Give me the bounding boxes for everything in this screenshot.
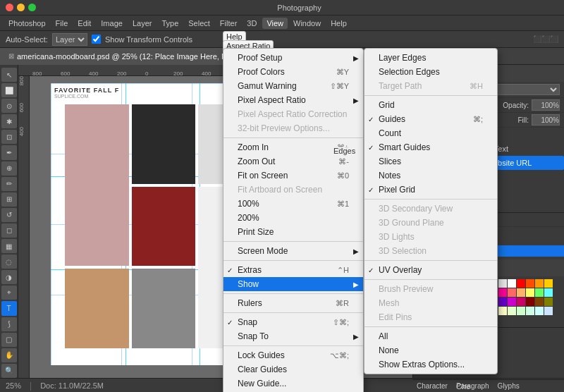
swatch-color[interactable]: [535, 307, 544, 315]
type-tool[interactable]: T: [1, 301, 17, 315]
history-tool[interactable]: ↺: [1, 208, 17, 222]
menu-fit-screen[interactable]: Fit on Screen ⌘0: [223, 169, 363, 183]
tab-glyphs[interactable]: Glyphs: [498, 382, 520, 390]
menu-screen-mode[interactable]: Screen Mode ▶: [223, 244, 363, 258]
show-slices[interactable]: Slices: [364, 154, 497, 169]
swatch-color[interactable]: [544, 288, 553, 297]
swatch-color[interactable]: [526, 279, 534, 288]
clone-tool[interactable]: ⊞: [1, 192, 17, 207]
hand-tool[interactable]: ✋: [1, 348, 17, 362]
menu-snap-to[interactable]: Snap To ▶: [223, 329, 363, 343]
swatch-color[interactable]: [526, 288, 534, 297]
swatch-color[interactable]: [544, 307, 553, 315]
pen-tool[interactable]: ⌖: [1, 286, 17, 300]
menu-type[interactable]: Type: [157, 18, 183, 29]
menu-filter[interactable]: Filter: [216, 18, 241, 29]
fill-input[interactable]: [532, 114, 560, 125]
menu-extras[interactable]: ✓ Extras ⌃H: [223, 263, 363, 277]
swatch-color[interactable]: [508, 288, 516, 297]
menu-file[interactable]: File: [51, 18, 73, 29]
zoom-tool[interactable]: 🔍: [1, 364, 17, 378]
show-uv-overlay[interactable]: ✓ UV Overlay: [364, 263, 497, 277]
menu-select[interactable]: Select: [184, 18, 214, 29]
minimize-button[interactable]: [17, 4, 25, 11]
menu-lock-guides[interactable]: Lock Guides ⌥⌘;: [223, 348, 363, 362]
menu-proof-colors[interactable]: Proof Colors ⌘Y: [223, 65, 363, 79]
show-transform-checkbox[interactable]: [92, 35, 101, 44]
menu-pixel-aspect-ratio[interactable]: Pixel Aspect Ratio ▶: [223, 93, 363, 107]
menu-snap[interactable]: ✓ Snap ⇧⌘;: [223, 315, 363, 329]
menu-help[interactable]: Help: [326, 18, 351, 29]
view-menu[interactable]: Proof Setup ▶ Proof Colors ⌘Y Gamut Warn…: [223, 48, 364, 392]
menu-zoom-out[interactable]: Zoom Out ⌘-: [223, 154, 363, 169]
swatch-color[interactable]: [498, 288, 507, 297]
brush-tool[interactable]: ✏: [1, 177, 17, 191]
show-pixel-grid[interactable]: ✓ Pixel Grid: [364, 183, 497, 197]
dodge-tool[interactable]: ◑: [1, 270, 17, 284]
maximize-button[interactable]: [28, 4, 36, 11]
swatch-color[interactable]: [517, 307, 525, 315]
menu-200[interactable]: 200%: [223, 211, 363, 225]
swatch-color[interactable]: [517, 288, 525, 297]
swatch-color[interactable]: [508, 307, 516, 315]
menu-100[interactable]: 100% ⌘1: [223, 197, 363, 211]
swatch-color[interactable]: [508, 298, 516, 306]
show-selection-edges[interactable]: Selection Edges: [364, 65, 497, 79]
show-none[interactable]: None: [364, 343, 497, 357]
menu-window[interactable]: Window: [289, 18, 325, 29]
menu-clear-guides[interactable]: Clear Guides: [223, 362, 363, 376]
show-smart-guides[interactable]: ✓ Smart Guides: [364, 140, 497, 154]
crop-tool[interactable]: ⊡: [1, 130, 17, 144]
marquee-tool[interactable]: ⬜: [1, 83, 17, 97]
show-submenu[interactable]: Layer Edges Selection Edges Target Path …: [364, 48, 498, 374]
opacity-input[interactable]: [532, 99, 560, 111]
swatch-color[interactable]: [535, 288, 544, 297]
swatch-color[interactable]: [498, 279, 507, 288]
swatch-color[interactable]: [535, 298, 544, 306]
eyedropper-tool[interactable]: ✒: [1, 145, 17, 159]
menu-3d[interactable]: 3D: [243, 18, 261, 29]
show-count[interactable]: Count: [364, 126, 497, 140]
menu-new-guide[interactable]: New Guide...: [223, 376, 363, 391]
swatch-color[interactable]: [517, 298, 525, 306]
show-guides[interactable]: ✓ Guides ⌘;: [364, 112, 497, 126]
swatch-color[interactable]: [544, 279, 553, 288]
menu-image[interactable]: Image: [97, 18, 127, 29]
healing-tool[interactable]: ⊕: [1, 161, 17, 176]
path-tool[interactable]: ⟆: [1, 317, 17, 331]
tab-paragraph[interactable]: Paragraph: [456, 382, 489, 390]
window-controls[interactable]: [6, 4, 36, 11]
swatch-color[interactable]: [508, 279, 516, 288]
menu-photoshop[interactable]: Photoshop: [4, 18, 50, 29]
lasso-tool[interactable]: ⊙: [1, 99, 17, 113]
menu-rulers[interactable]: Rulers ⌘R: [223, 296, 363, 310]
menu-edit[interactable]: Edit: [73, 18, 95, 29]
swatch-color[interactable]: [498, 307, 507, 315]
swatch-color[interactable]: [526, 298, 534, 306]
menu-gamut-warning[interactable]: Gamut Warning ⇧⌘Y: [223, 79, 363, 93]
show-notes[interactable]: Notes: [364, 169, 497, 183]
swatch-color[interactable]: [517, 279, 525, 288]
auto-select-dropdown[interactable]: Layer: [52, 33, 87, 46]
menu-layer[interactable]: Layer: [128, 18, 157, 29]
menu-zoom-in[interactable]: Zoom In ⌘+: [223, 140, 363, 154]
eraser-tool[interactable]: ◻: [1, 223, 17, 238]
gradient-tool[interactable]: ▦: [1, 239, 17, 253]
swatch-color[interactable]: [526, 307, 534, 315]
move-tool[interactable]: ↖: [1, 68, 17, 82]
menu-view[interactable]: View: [262, 18, 288, 29]
magic-wand-tool[interactable]: ✱: [1, 114, 17, 128]
blur-tool[interactable]: ◌: [1, 255, 17, 269]
swatch-color[interactable]: [535, 279, 544, 288]
tab-character[interactable]: Character: [417, 382, 448, 390]
swatch-color[interactable]: [498, 298, 507, 306]
shape-tool[interactable]: ▢: [1, 333, 17, 347]
show-layer-edges[interactable]: Layer Edges: [364, 51, 497, 65]
menu-show[interactable]: Show ▶: [223, 277, 363, 291]
show-grid[interactable]: Grid: [364, 98, 497, 112]
menu-print-size[interactable]: Print Size: [223, 225, 363, 239]
swatch-color[interactable]: [544, 298, 553, 306]
show-all[interactable]: All: [364, 329, 497, 343]
close-button[interactable]: [6, 4, 13, 11]
show-extras-options[interactable]: Show Extras Options...: [364, 357, 497, 372]
